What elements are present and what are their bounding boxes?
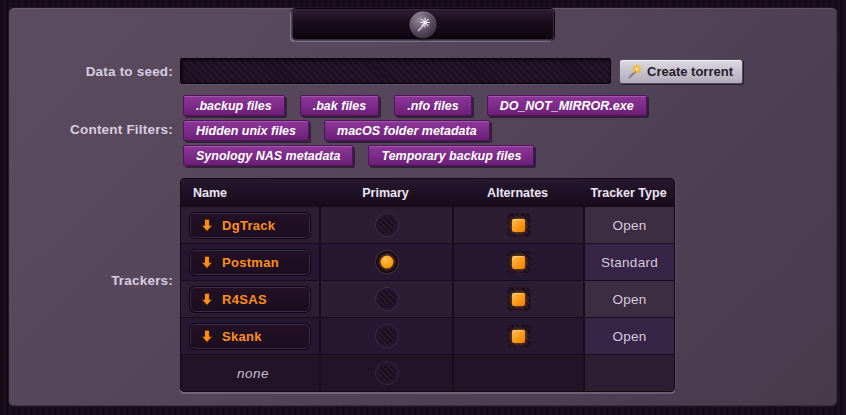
primary-radio[interactable] <box>376 251 398 273</box>
content-filter-chip[interactable]: .nfo files <box>394 95 471 116</box>
content-filter-chip[interactable]: Hidden unix files <box>183 120 309 141</box>
alternates-checkbox[interactable] <box>507 324 531 348</box>
name-cell: R4SAS <box>181 281 319 317</box>
checkbox-check <box>512 330 525 343</box>
primary-cell <box>319 318 452 354</box>
tracker-name-label: R4SAS <box>222 292 267 307</box>
table-row: R4SAS Open <box>181 280 674 317</box>
tracker-type-label: Open <box>612 329 646 344</box>
tracker-name-label: Skank <box>222 329 262 344</box>
wand-sparkle-icon <box>410 11 437 38</box>
content-filter-chips: .backup files.bak files.nfo filesDO_NOT_… <box>183 95 655 166</box>
tracker-type-cell: Open <box>583 281 674 317</box>
name-cell: DgTrack <box>181 207 319 243</box>
content-filter-chip[interactable]: DO_NOT_MIRROR.exe <box>487 95 647 116</box>
column-header-tracker-type: Tracker Type <box>583 179 674 206</box>
table-row: Skank Open <box>181 317 674 354</box>
none-label: none <box>237 366 269 381</box>
data-to-seed-input[interactable] <box>180 58 611 84</box>
tracker-type-label: Standard <box>601 255 658 270</box>
primary-cell <box>319 355 452 391</box>
alternates-cell <box>452 355 583 391</box>
trackers-table-header: Name Primary Alternates Tracker Type <box>181 179 674 206</box>
trackers-label: Trackers: <box>8 273 173 288</box>
name-cell: Postman <box>181 244 319 280</box>
trackers-table-body: DgTrack Open Postman <box>181 206 674 391</box>
content-filters-label: Content Filters: <box>8 122 173 137</box>
tracker-type-cell: Open <box>583 207 674 243</box>
primary-radio[interactable] <box>376 325 398 347</box>
tracker-type-label: Open <box>612 292 646 307</box>
alternates-checkbox[interactable] <box>507 250 531 274</box>
alternates-cell <box>452 244 583 280</box>
trackers-table: Name Primary Alternates Tracker Type DgT… <box>180 178 675 392</box>
checkbox-check <box>512 293 525 306</box>
tracker-name-label: Postman <box>222 255 279 270</box>
column-header-alternates: Alternates <box>452 179 583 206</box>
down-arrow-icon <box>200 218 214 233</box>
tracker-type-cell <box>583 355 674 391</box>
content-filter-chip[interactable]: macOS folder metadata <box>324 120 490 141</box>
column-header-name: Name <box>181 179 319 206</box>
primary-cell <box>319 207 452 243</box>
wand-header-button[interactable] <box>292 9 554 40</box>
primary-radio[interactable] <box>376 288 398 310</box>
tracker-name-button[interactable]: R4SAS <box>189 286 311 313</box>
alternates-cell <box>452 318 583 354</box>
create-torrent-label: Create torrent <box>647 64 733 79</box>
checkbox-check <box>512 219 525 232</box>
table-row: DgTrack Open <box>181 206 674 243</box>
data-to-seed-label: Data to seed: <box>8 64 173 79</box>
tracker-name-button[interactable]: DgTrack <box>189 212 311 239</box>
tracker-type-label: Open <box>612 218 646 233</box>
down-arrow-icon <box>200 255 214 270</box>
primary-cell <box>319 244 452 280</box>
primary-radio[interactable] <box>376 362 398 384</box>
column-header-primary: Primary <box>319 179 452 206</box>
tracker-type-cell: Standard <box>583 244 674 280</box>
content-filter-chip[interactable]: Synology NAS metadata <box>183 145 353 166</box>
wand-icon <box>626 64 642 80</box>
tracker-name-button[interactable]: Skank <box>189 323 311 350</box>
alternates-cell <box>452 281 583 317</box>
tracker-type-cell: Open <box>583 318 674 354</box>
primary-cell <box>319 281 452 317</box>
down-arrow-icon <box>200 329 214 344</box>
checkbox-check <box>512 256 525 269</box>
down-arrow-icon <box>200 292 214 307</box>
content-filter-chip[interactable]: .backup files <box>183 95 285 116</box>
alternates-checkbox[interactable] <box>507 287 531 311</box>
content-filter-chip[interactable]: .bak files <box>300 95 380 116</box>
tracker-name-button[interactable]: Postman <box>189 249 311 276</box>
table-row: none <box>181 354 674 391</box>
tracker-name-label: DgTrack <box>222 218 275 233</box>
alternates-cell <box>452 207 583 243</box>
create-torrent-button[interactable]: Create torrent <box>619 59 743 84</box>
table-row: Postman Standard <box>181 243 674 280</box>
content-filter-chip[interactable]: Temporary backup files <box>368 145 534 166</box>
name-cell: Skank <box>181 318 319 354</box>
primary-radio[interactable] <box>376 214 398 236</box>
alternates-checkbox[interactable] <box>507 213 531 237</box>
torrent-creator-window: Data to seed: Create torrent Content Fil… <box>0 0 846 415</box>
name-cell: none <box>181 355 319 391</box>
